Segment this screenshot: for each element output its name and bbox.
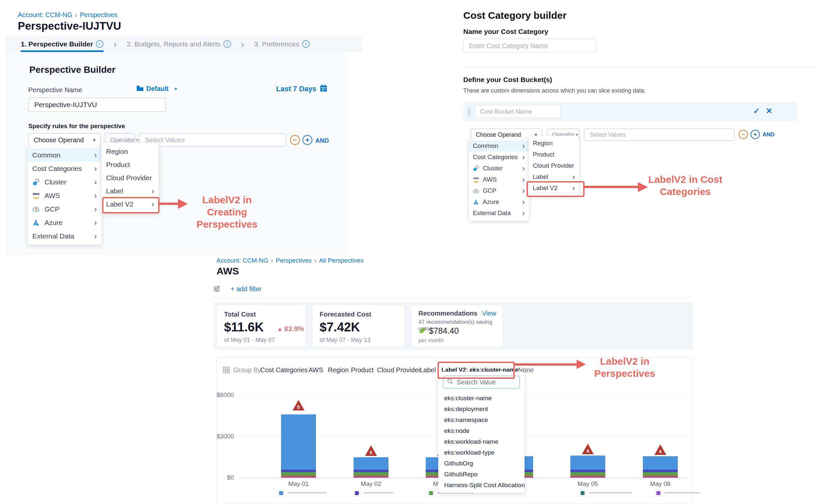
value-option-eks-node[interactable]: eks:node [438,425,524,436]
menu-item-gcp[interactable]: GCP› [469,185,529,196]
value-option-eks-deployment[interactable]: eks:deployment [438,404,524,414]
breadcrumb-perspectives-link[interactable]: Perspectives [276,257,312,264]
value-option-harness-split-cost-allocation[interactable]: Harness-Split Cost Allocation [438,480,524,491]
delta-value: 83.9% [284,325,304,333]
add-rule-button[interactable]: + [751,130,760,139]
breadcrumb-account-link[interactable]: Account: CCM-NG [217,257,268,264]
bar-may-02[interactable] [353,457,389,478]
groupby-item-aws[interactable]: AWS [308,366,323,374]
folder-selector[interactable]: Default ▾ [136,85,177,93]
menu-item-label: AWS [483,176,497,183]
groupby-item-product[interactable]: Product [351,366,374,374]
add-filter-button[interactable]: + add filter [231,285,262,293]
cost-category-name-input[interactable] [463,39,596,53]
bar-segment[interactable] [643,476,678,478]
bar-segment[interactable] [281,476,316,478]
tab-preferences[interactable]: 3. Preferences i [254,36,310,52]
remove-rule-button[interactable]: − [290,135,300,145]
chevron-right-icon: › [231,39,254,49]
menu-item-gcp[interactable]: GCP› [28,202,102,216]
bar-segment[interactable] [643,470,678,472]
menu-item-common[interactable]: Common› [469,140,529,151]
date-range-selector[interactable]: Last 7 Days [276,84,327,94]
menu-item-aws[interactable]: aws AWS› [28,189,102,202]
submenu-item-region[interactable]: Region [529,138,579,149]
card-period: of May 01 - May 07 [224,337,275,344]
and-label: AND [315,137,329,144]
legend-swatch[interactable] [655,490,662,497]
legend-swatch[interactable] [579,490,586,497]
view-link[interactable]: View [482,309,496,317]
choose-operand-select[interactable]: Choose Operand ▾ [28,133,101,147]
bar-segment[interactable] [353,470,389,472]
breadcrumb-all-perspectives-link[interactable]: All Perspectives [319,257,364,264]
bar-segment-main[interactable] [570,455,605,470]
menu-item-external-data[interactable]: External Data› [28,229,102,243]
submenu-item-product[interactable]: Product [529,149,579,160]
breadcrumb-account-link[interactable]: Account: CCM-NG [18,11,73,19]
groupby-item-region[interactable]: Region [328,366,349,374]
legend-swatch[interactable] [427,490,435,497]
bar-segment[interactable] [353,476,389,478]
groupby-item-cloud-provider[interactable]: Cloud Provider [377,366,421,374]
menu-item-azure[interactable]: Azure› [28,216,102,229]
add-rule-button[interactable]: + [303,135,312,145]
menu-item-cluster[interactable]: Cluster› [28,175,102,189]
value-option-eks-cluster-name[interactable]: eks:cluster-name [438,393,524,404]
submenu-item-region[interactable]: Region [102,145,159,158]
bar-may-06[interactable] [643,456,678,478]
bar-segment[interactable] [353,472,389,475]
chevron-right-icon: › [151,188,154,195]
submenu-item-product[interactable]: Product [102,158,159,171]
submenu-item-cloud-provider[interactable]: Cloud Provider [529,160,579,171]
value-option-eks-workload-type[interactable]: eks:workload-type [438,447,524,458]
menu-item-common[interactable]: Common› [28,148,102,162]
search-value-input[interactable] [456,378,517,386]
tab-budgets-reports-alerts[interactable]: 2. Budgets, Reports and Alerts i [126,36,231,52]
menu-item-cluster[interactable]: Cluster› [469,163,529,174]
groupby-item-label[interactable]: Label [420,366,436,374]
value-option-eks-namespace[interactable]: eks:namespace [438,414,524,425]
submenu-item-label[interactable]: Label› [102,184,159,198]
value-option-githubrepo[interactable]: GithubRepo [438,469,524,480]
menu-item-cost-categories[interactable]: Cost Categories› [28,162,102,175]
menu-item-aws[interactable]: aws AWS› [469,174,529,185]
trend-up-icon: ▲ [278,326,282,332]
bar-segment-main[interactable] [643,456,678,470]
bar-segment[interactable] [281,472,316,475]
filter-icon[interactable] [212,285,221,295]
value-option-githuborg[interactable]: GithubOrg [438,458,524,469]
legend-swatch[interactable] [278,490,285,497]
bar-segment-main[interactable] [281,414,316,470]
bar-segment[interactable] [570,476,605,478]
tab-perspective-builder[interactable]: 1. Perspective Builder i [21,36,104,52]
annotation-line: LabelV2 in [587,355,662,367]
bar-may-05[interactable] [570,455,605,478]
value-option-eks-workload-name[interactable]: eks:workload-name [438,436,524,447]
legend-swatch[interactable] [353,490,361,497]
bar-segment[interactable] [281,470,316,472]
select-values-input[interactable] [139,133,286,147]
menu-item-label: Cost Categories [473,153,518,161]
groupby-item-cost-categories[interactable]: Cost Categories [260,366,308,374]
menu-item-external-data[interactable]: External Data› [469,208,529,219]
bar-segment[interactable] [570,470,605,472]
menu-item-cost-categories[interactable]: Cost Categories› [469,151,529,163]
select-values-input[interactable] [584,128,735,141]
menu-item-azure[interactable]: Azure› [469,196,529,208]
caret-down-icon: ▾ [93,137,95,143]
bar-may-01[interactable] [281,414,316,478]
cost-bucket-name-input[interactable] [475,105,561,118]
drag-handle-icon[interactable] [467,108,471,116]
bar-segment[interactable] [643,472,678,475]
remove-rule-button[interactable]: − [739,130,748,139]
submenu-item-label[interactable]: Label› [529,171,579,182]
confirm-bucket-icon[interactable]: ✓ [753,107,760,116]
rules-label: Specify rules for the perspective [28,122,125,130]
submenu-item-cloud-provider[interactable]: Cloud Provider [102,171,159,184]
breadcrumb-perspectives-link[interactable]: Perspectives [80,11,118,19]
close-bucket-icon[interactable]: ✕ [766,107,772,116]
bar-segment[interactable] [570,472,605,475]
perspective-name-input[interactable] [28,97,166,112]
bar-segment-main[interactable] [353,457,389,470]
